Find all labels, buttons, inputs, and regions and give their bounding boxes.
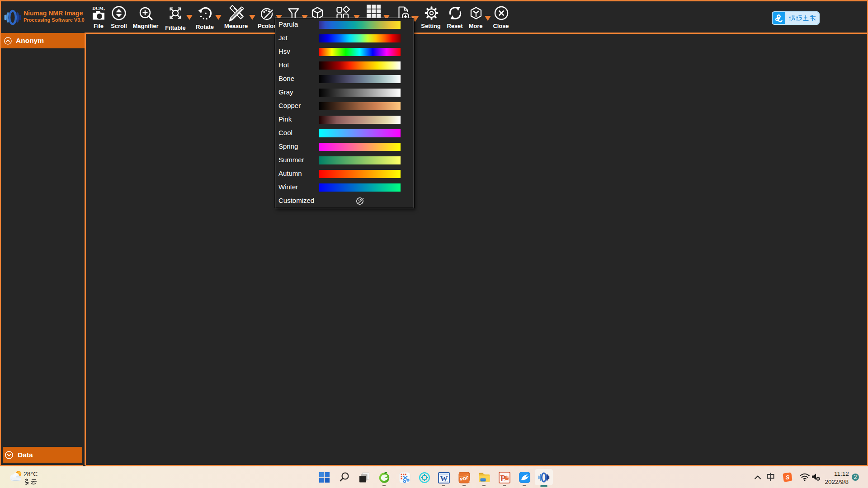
svg-text:S: S: [786, 474, 790, 481]
svg-text:DCM,: DCM,: [92, 6, 105, 11]
